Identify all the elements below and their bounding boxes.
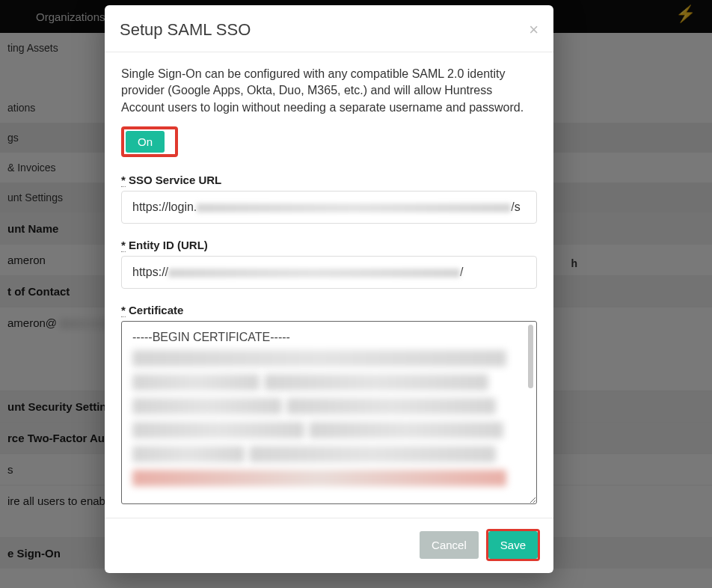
redacted-cert: [132, 374, 260, 391]
label-entity-id: * Entity ID (URL): [121, 239, 537, 251]
saml-sso-modal: Setup SAML SSO × Single Sign-On can be c…: [105, 5, 553, 573]
certificate-textarea[interactable]: -----BEGIN CERTIFICATE-----: [121, 321, 537, 504]
intro-text: Single Sign-On can be configured with an…: [121, 66, 537, 116]
close-icon[interactable]: ×: [529, 22, 538, 38]
sso-url-prefix: https://login.: [132, 200, 197, 213]
cancel-button[interactable]: Cancel: [420, 531, 479, 559]
label-sso-url: * SSO Service URL: [121, 174, 537, 186]
label-certificate: * Certificate: [121, 304, 537, 316]
entity-id-input[interactable]: https:///: [121, 256, 537, 289]
modal-header: Setup SAML SSO ×: [105, 5, 553, 52]
save-button[interactable]: Save: [488, 531, 538, 559]
redacted-cert: [132, 422, 304, 438]
modal-footer: Cancel Save: [105, 518, 553, 573]
sso-url-suffix: /s: [511, 200, 520, 213]
redacted-cert: [249, 446, 496, 462]
label-entity-id-text: Entity ID (URL): [129, 239, 208, 251]
redacted-cert: [132, 398, 282, 414]
redacted-sso-url: [197, 203, 511, 212]
entity-id-prefix: https://: [132, 266, 168, 278]
field-sso-url: * SSO Service URL https://login./s: [121, 174, 537, 224]
field-certificate: * Certificate -----BEGIN CERTIFICATE----…: [121, 304, 537, 504]
highlight-save: Save: [486, 529, 540, 561]
label-certificate-text: Certificate: [129, 304, 183, 316]
redacted-cert: [132, 350, 506, 367]
sso-url-input[interactable]: https://login./s: [121, 191, 537, 224]
redacted-cert: [132, 470, 506, 486]
redacted-entity-id: [168, 269, 460, 278]
textarea-scrollbar[interactable]: [528, 325, 533, 388]
cert-begin-line: -----BEGIN CERTIFICATE-----: [132, 331, 526, 344]
label-sso-url-text: SSO Service URL: [129, 174, 221, 186]
redacted-cert: [132, 446, 245, 462]
field-entity-id: * Entity ID (URL) https:///: [121, 239, 537, 289]
certificate-wrap: -----BEGIN CERTIFICATE-----: [121, 321, 537, 504]
highlight-toggle: On: [121, 126, 178, 157]
entity-id-suffix: /: [460, 266, 463, 278]
sso-toggle-on[interactable]: On: [126, 131, 165, 153]
modal-title: Setup SAML SSO: [120, 20, 251, 40]
redacted-cert: [309, 422, 503, 438]
modal-body: Single Sign-On can be configured with an…: [105, 52, 553, 518]
toggle-area: On: [121, 126, 537, 157]
redacted-cert: [286, 398, 496, 414]
redacted-cert: [264, 374, 488, 391]
